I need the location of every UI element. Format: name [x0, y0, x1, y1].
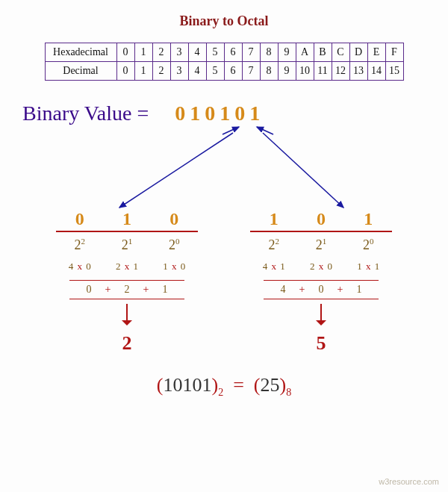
sum-term: 4	[281, 284, 286, 296]
bit-group-right: 1 0 1 22 21 20 4 x 1 2 x 0 1 x 1 4 + 0 +…	[250, 209, 392, 355]
hex-cell: 4	[188, 43, 206, 62]
sum-term: 0	[87, 284, 92, 296]
sum-term: 0	[319, 284, 324, 296]
hex-dec-table: Hexadecimal 0 1 2 3 4 5 6 7 8 9 A B C D …	[45, 43, 404, 81]
arrow-down-icon	[126, 304, 128, 323]
split-arrows-icon	[30, 125, 418, 215]
eq-lhs: 10101	[163, 374, 211, 396]
mult-term: 2 x 0	[310, 261, 332, 273]
binary-value-digits: 010101	[175, 102, 264, 125]
mult-term: 2 x 1	[116, 261, 138, 273]
plus-icon: +	[105, 284, 111, 296]
svg-line-2	[119, 133, 233, 208]
hex-cell: 2	[152, 43, 170, 62]
binary-value-row: Binary Value = 010101	[0, 102, 448, 125]
bit-digit: 0	[169, 209, 178, 229]
hex-cell: F	[385, 43, 403, 62]
svg-line-1	[257, 127, 273, 134]
equals-sign: =	[233, 374, 244, 396]
plus-icon: +	[143, 284, 149, 296]
row1-label: Hexadecimal	[45, 43, 116, 62]
dec-cell: 6	[224, 62, 242, 81]
sum-term: 2	[125, 284, 130, 296]
dec-cell: 15	[385, 62, 403, 81]
svg-line-3	[263, 133, 343, 208]
eq-rhs: 25	[261, 374, 280, 396]
bit-digit: 0	[75, 209, 84, 229]
bit-group-left: 0 1 0 22 21 20 4 x 0 2 x 1 1 x 0 0 + 2 +…	[56, 209, 198, 355]
mult-term: 4 x 0	[69, 261, 91, 273]
dec-cell: 8	[260, 62, 278, 81]
hex-cell: 9	[278, 43, 296, 62]
dec-cell: 13	[349, 62, 367, 81]
power-term: 20	[169, 237, 180, 253]
power-term: 20	[363, 237, 374, 253]
page-title: Binary to Octal	[0, 0, 448, 29]
bit-digit: 0	[317, 209, 326, 229]
bit-digit: 1	[270, 209, 279, 229]
svg-line-0	[223, 127, 239, 134]
row2-label: Decimal	[45, 62, 116, 81]
dec-cell: 9	[278, 62, 296, 81]
hex-cell: 8	[260, 43, 278, 62]
dec-cell: 12	[332, 62, 349, 81]
footer-credit: w3resource.com	[379, 477, 439, 486]
group-container: 0 1 0 22 21 20 4 x 0 2 x 1 1 x 0 0 + 2 +…	[0, 209, 448, 355]
hex-cell: 6	[224, 43, 242, 62]
eq-rhs-base: 8	[286, 387, 291, 398]
hex-cell: 1	[134, 43, 152, 62]
dec-cell: 11	[314, 62, 332, 81]
bit-digit: 1	[364, 209, 373, 229]
bit-digit: 1	[122, 209, 131, 229]
hex-cell: 7	[242, 43, 260, 62]
sum-term: 1	[356, 284, 361, 296]
power-term: 21	[316, 237, 327, 253]
hex-cell: B	[314, 43, 332, 62]
plus-icon: +	[299, 284, 305, 296]
hex-cell: D	[349, 43, 367, 62]
power-term: 22	[74, 237, 85, 253]
power-term: 21	[122, 237, 133, 253]
dec-cell: 14	[367, 62, 385, 81]
mult-term: 1 x 1	[357, 261, 379, 273]
dec-cell: 5	[206, 62, 224, 81]
hex-cell: A	[296, 43, 314, 62]
dec-cell: 10	[296, 62, 314, 81]
arrow-down-icon	[320, 304, 322, 323]
group-result: 5	[250, 332, 392, 355]
dec-cell: 3	[170, 62, 188, 81]
eq-lhs-base: 2	[218, 387, 223, 398]
group-result: 2	[56, 332, 198, 355]
plus-icon: +	[337, 284, 343, 296]
power-term: 22	[268, 237, 279, 253]
hex-cell: C	[332, 43, 349, 62]
dec-cell: 2	[152, 62, 170, 81]
hex-cell: 3	[170, 43, 188, 62]
hex-cell: E	[367, 43, 385, 62]
dec-cell: 7	[242, 62, 260, 81]
hex-cell: 0	[116, 43, 134, 62]
mult-term: 1 x 0	[163, 261, 185, 273]
binary-value-label: Binary Value =	[22, 102, 149, 125]
dec-cell: 1	[134, 62, 152, 81]
sum-term: 1	[162, 284, 167, 296]
hex-cell: 5	[206, 43, 224, 62]
dec-cell: 0	[116, 62, 134, 81]
dec-cell: 4	[188, 62, 206, 81]
mult-term: 4 x 1	[263, 261, 285, 273]
final-equation: (10101)2 = (25)8	[0, 374, 448, 399]
